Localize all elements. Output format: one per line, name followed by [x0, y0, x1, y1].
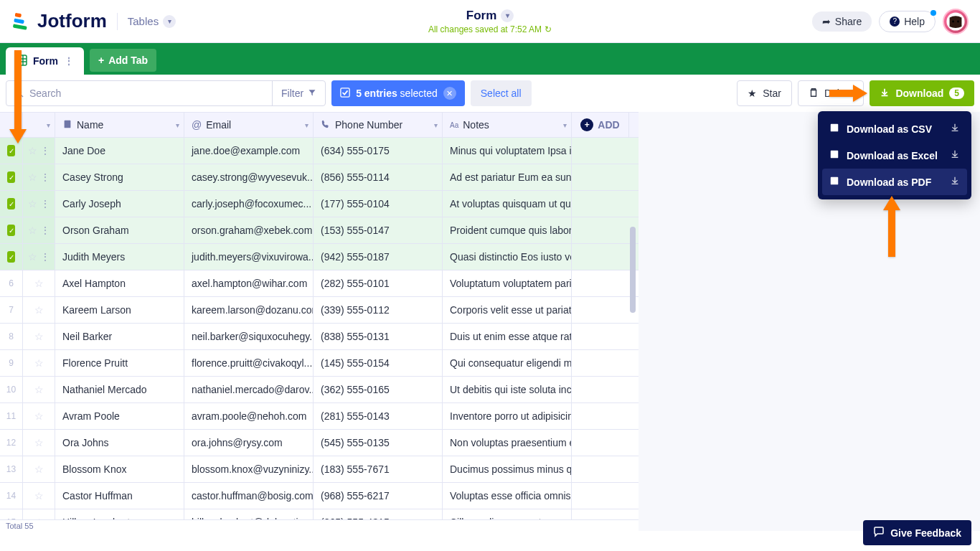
brand-logo[interactable]: Jotform — [11, 10, 107, 32]
cell-email[interactable]: avram.poole@nehoh.com — [184, 403, 314, 429]
star-outline-icon[interactable]: ☆ — [34, 357, 44, 369]
cell-phone[interactable]: (339) 555-0112 — [314, 297, 443, 323]
cell-email[interactable]: judith.meyers@vixuvirowa... — [184, 244, 314, 270]
feedback-button[interactable]: Give Feedback — [863, 520, 971, 545]
cell-phone[interactable]: (968) 555-6217 — [314, 483, 443, 509]
cell-notes[interactable]: At voluptas quisquam ut qui... — [443, 191, 572, 217]
table-row[interactable]: 7☆Kareem Larsonkareem.larson@dozanu.com(… — [0, 297, 639, 324]
cell-notes[interactable]: Ad est pariatur Eum ea sunt ... — [443, 164, 572, 190]
row-menu-icon[interactable]: ⋮ — [40, 171, 50, 183]
table-row[interactable]: 10☆Nathaniel Mercadonathaniel.mercado@da… — [0, 377, 639, 403]
star-outline-icon[interactable]: ☆ — [28, 198, 37, 209]
table-row[interactable]: ✓☆⋮Orson Grahamorson.graham@xebek.com(15… — [0, 217, 639, 244]
star-outline-icon[interactable]: ☆ — [34, 278, 44, 289]
star-outline-icon[interactable]: ☆ — [34, 304, 44, 316]
tables-selector[interactable]: Tables ▾ — [128, 15, 176, 28]
column-notes[interactable]: Aa Notes ▾ — [443, 113, 572, 137]
search-input[interactable] — [29, 88, 265, 99]
star-outline-icon[interactable]: ☆ — [34, 410, 44, 422]
row-menu-icon[interactable]: ⋮ — [40, 251, 50, 263]
search-box[interactable] — [6, 81, 272, 105]
select-all-button[interactable]: Select all — [471, 80, 532, 106]
cell-notes[interactable]: Minus qui voluptatem Ipsa i... — [443, 138, 572, 164]
cell-phone[interactable]: (545) 555-0135 — [314, 430, 443, 456]
checkbox-checked-icon[interactable]: ✓ — [7, 225, 15, 236]
add-column-button[interactable]: + ADD — [572, 113, 629, 137]
cell-name[interactable]: Carly Joseph — [55, 191, 184, 217]
cell-name[interactable]: Blossom Knox — [55, 456, 184, 482]
download-button[interactable]: Download 5 — [870, 80, 974, 106]
help-button[interactable]: ? Help — [879, 11, 936, 32]
star-outline-icon[interactable]: ☆ — [28, 171, 37, 183]
cell-email[interactable]: carly.joseph@focoxumec... — [184, 191, 314, 217]
column-phone[interactable]: Phone Number ▾ — [314, 113, 443, 137]
cell-email[interactable]: neil.barker@siquxocuhegy... — [184, 324, 314, 349]
cell-email[interactable]: blossom.knox@vuzyninizy... — [184, 456, 314, 482]
cell-name[interactable]: Nathaniel Mercado — [55, 377, 184, 402]
cell-phone[interactable]: (942) 555-0187 — [314, 244, 443, 270]
cell-email[interactable]: kareem.larson@dozanu.com — [184, 297, 314, 323]
cell-email[interactable]: jane.doe@example.com — [184, 138, 314, 164]
cell-email[interactable]: castor.huffman@bosig.com — [184, 483, 314, 509]
table-row[interactable]: ✓☆⋮Carly Josephcarly.joseph@focoxumec...… — [0, 191, 639, 217]
cell-notes[interactable]: Qui consequatur eligendi m... — [443, 350, 572, 376]
table-row[interactable]: 6☆Axel Hamptonaxel.hampton@wihar.com(282… — [0, 270, 639, 297]
cell-email[interactable]: casey.strong@wyvesevuk... — [184, 164, 314, 190]
cell-notes[interactable]: Quasi distinctio Eos iusto ve... — [443, 244, 572, 270]
cell-notes[interactable]: Voluptas esse officia omnis i... — [443, 483, 572, 509]
star-outline-icon[interactable]: ☆ — [34, 331, 44, 342]
cell-phone[interactable]: (362) 555-0165 — [314, 377, 443, 402]
star-outline-icon[interactable]: ☆ — [28, 145, 37, 156]
checkbox-checked-icon[interactable]: ✓ — [7, 251, 15, 263]
cell-email[interactable]: ora.johns@rysy.com — [184, 430, 314, 456]
table-row[interactable]: 11☆Avram Pooleavram.poole@nehoh.com(281)… — [0, 403, 639, 430]
cell-notes[interactable]: Ut debitis qui iste soluta inci... — [443, 377, 572, 402]
table-row[interactable]: 8☆Neil Barkerneil.barker@siquxocuhegy...… — [0, 324, 639, 350]
cell-name[interactable]: Judith Meyers — [55, 244, 184, 270]
column-name[interactable]: Name ▾ — [55, 113, 184, 137]
cell-notes[interactable]: Inventore porro ut adipisicin... — [443, 403, 572, 429]
cell-phone[interactable]: (838) 555-0131 — [314, 324, 443, 349]
share-button[interactable]: ➦ Share — [812, 11, 872, 32]
cell-name[interactable]: Avram Poole — [55, 403, 184, 429]
tab-menu-icon[interactable]: ⋮ — [64, 55, 74, 67]
add-tab-button[interactable]: + Add Tab — [90, 49, 156, 72]
star-outline-icon[interactable]: ☆ — [28, 225, 37, 236]
row-menu-icon[interactable]: ⋮ — [40, 225, 50, 236]
table-row[interactable]: 13☆Blossom Knoxblossom.knox@vuzyninizy..… — [0, 456, 639, 483]
filter-button[interactable]: Filter — [272, 81, 325, 105]
table-row[interactable]: ✓☆⋮Casey Strongcasey.strong@wyvesevuk...… — [0, 164, 639, 191]
row-menu-icon[interactable]: ⋮ — [40, 198, 50, 209]
star-button[interactable]: ★ Star — [737, 80, 792, 106]
cell-email[interactable]: nathaniel.mercado@darov... — [184, 377, 314, 402]
scrollbar[interactable] — [630, 227, 636, 313]
table-row[interactable]: 9☆Florence Pruittflorence.pruitt@civakoq… — [0, 350, 639, 377]
download-pdf-item[interactable]: Download as PDF — [822, 169, 967, 195]
cell-notes[interactable]: Duis ut enim esse atque rati... — [443, 324, 572, 349]
column-email[interactable]: @ Email ▾ — [184, 113, 314, 137]
star-outline-icon[interactable]: ☆ — [34, 437, 44, 448]
form-title[interactable]: Form ▾ — [428, 9, 552, 23]
table-row[interactable]: ✓☆⋮Judith Meyersjudith.meyers@vixuvirowa… — [0, 244, 639, 270]
cell-name[interactable]: Axel Hampton — [55, 270, 184, 296]
cell-name[interactable]: Casey Strong — [55, 164, 184, 190]
cell-email[interactable]: orson.graham@xebek.com — [184, 217, 314, 243]
cell-phone[interactable]: (145) 555-0154 — [314, 350, 443, 376]
cell-name[interactable]: Jane Doe — [55, 138, 184, 164]
checkbox-checked-icon[interactable]: ✓ — [7, 198, 15, 209]
table-row[interactable]: 12☆Ora Johnsora.johns@rysy.com(545) 555-… — [0, 430, 639, 456]
cell-name[interactable]: Kareem Larson — [55, 297, 184, 323]
cell-phone[interactable]: (183) 555-7671 — [314, 456, 443, 482]
star-outline-icon[interactable]: ☆ — [34, 463, 44, 475]
cell-phone[interactable]: (281) 555-0143 — [314, 403, 443, 429]
cell-name[interactable]: Orson Graham — [55, 217, 184, 243]
cell-email[interactable]: florence.pruitt@civakoqyl... — [184, 350, 314, 376]
cell-notes[interactable]: Non voluptas praesentium e... — [443, 430, 572, 456]
cell-notes[interactable]: Corporis velit esse ut pariat... — [443, 297, 572, 323]
cell-phone[interactable]: (177) 555-0104 — [314, 191, 443, 217]
avatar[interactable] — [943, 9, 969, 34]
cell-phone[interactable]: (282) 555-0101 — [314, 270, 443, 296]
star-outline-icon[interactable]: ☆ — [34, 490, 44, 501]
cell-notes[interactable]: Ducimus possimus minus q... — [443, 456, 572, 482]
cell-name[interactable]: Ora Johns — [55, 430, 184, 456]
